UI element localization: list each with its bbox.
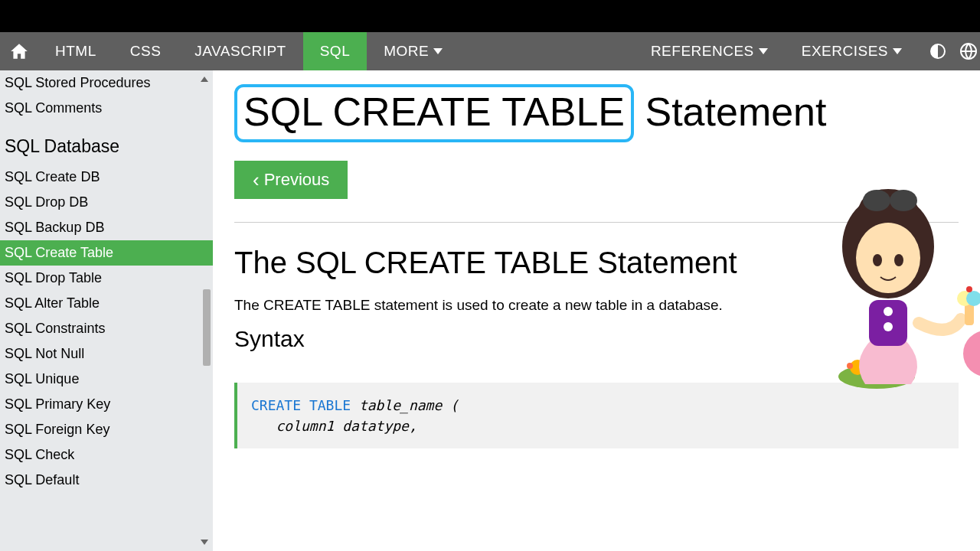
code-keyword: CREATE bbox=[251, 397, 301, 413]
nav-exercises[interactable]: EXERCISES bbox=[785, 32, 919, 70]
sidebar-item[interactable]: SQL Backup DB bbox=[0, 215, 213, 240]
theme-toggle-button[interactable] bbox=[919, 32, 957, 70]
svg-point-7 bbox=[856, 223, 920, 293]
page-title-highlight: SQL CREATE TABLE bbox=[234, 84, 634, 142]
page-title-rest: Statement bbox=[634, 90, 826, 134]
sidebar-item[interactable]: SQL Primary Key bbox=[0, 392, 213, 417]
nav-more-label: MORE bbox=[384, 43, 429, 60]
top-navigation: HTML CSS JAVASCRIPT SQL MORE REFERENCES … bbox=[0, 32, 980, 70]
contrast-icon bbox=[929, 42, 947, 60]
svg-rect-15 bbox=[965, 304, 974, 325]
code-block: CREATE TABLE table_name ( column1 dataty… bbox=[234, 383, 959, 448]
svg-point-3 bbox=[847, 363, 853, 369]
sidebar-item[interactable]: SQL Check bbox=[0, 442, 213, 468]
sidebar-item[interactable]: SQL Constraints bbox=[0, 316, 213, 341]
globe-icon bbox=[959, 42, 978, 60]
sidebar-item[interactable]: SQL Drop Table bbox=[0, 266, 213, 291]
svg-point-13 bbox=[884, 307, 893, 316]
nav-javascript[interactable]: JAVASCRIPT bbox=[178, 32, 302, 70]
caret-down-icon bbox=[433, 48, 443, 54]
scroll-down-icon[interactable] bbox=[201, 540, 208, 545]
svg-point-14 bbox=[884, 322, 893, 331]
svg-point-8 bbox=[873, 254, 882, 266]
nav-sql[interactable]: SQL bbox=[303, 32, 368, 70]
caret-down-icon bbox=[893, 48, 902, 54]
previous-label: Previous bbox=[264, 170, 330, 190]
svg-point-9 bbox=[894, 254, 903, 266]
mascot-illustration bbox=[804, 170, 980, 392]
scrollbar-thumb[interactable] bbox=[203, 289, 211, 366]
sidebar-item[interactable]: SQL Drop DB bbox=[0, 190, 213, 215]
sidebar-item[interactable]: SQL Alter Table bbox=[0, 291, 213, 316]
code-line: column1 datatype, bbox=[276, 418, 417, 434]
sidebar-item[interactable]: SQL Not Null bbox=[0, 341, 213, 367]
home-button[interactable] bbox=[0, 32, 38, 70]
sidebar-item[interactable]: SQL Create Table bbox=[0, 240, 213, 266]
sidebar: SQL Stored Procedures SQL Comments SQL D… bbox=[0, 70, 213, 551]
home-icon bbox=[9, 41, 29, 61]
caret-down-icon bbox=[759, 48, 768, 54]
letterbox-bar bbox=[0, 0, 980, 32]
sidebar-item[interactable]: SQL Comments bbox=[0, 96, 213, 121]
main-layout: SQL Stored Procedures SQL Comments SQL D… bbox=[0, 70, 980, 551]
sidebar-item[interactable]: SQL Create DB bbox=[0, 165, 213, 190]
main-content: SQL CREATE TABLE Statement ‹Previous The… bbox=[213, 70, 980, 551]
code-ident: table_name ( bbox=[359, 397, 459, 413]
section-description: The CREATE TABLE statement is used to cr… bbox=[234, 294, 724, 317]
page-title-row: SQL CREATE TABLE Statement bbox=[234, 84, 959, 142]
previous-button[interactable]: ‹Previous bbox=[234, 161, 348, 199]
nav-references-label: REFERENCES bbox=[651, 43, 754, 60]
nav-more[interactable]: MORE bbox=[367, 32, 459, 70]
sidebar-item[interactable]: SQL Unique bbox=[0, 367, 213, 392]
sidebar-item[interactable]: SQL Foreign Key bbox=[0, 417, 213, 442]
globe-button[interactable] bbox=[957, 32, 980, 70]
sidebar-item[interactable]: SQL Default bbox=[0, 468, 213, 493]
svg-point-18 bbox=[966, 286, 972, 292]
sidebar-item[interactable]: SQL Stored Procedures bbox=[0, 70, 213, 96]
svg-point-11 bbox=[890, 190, 917, 211]
nav-css[interactable]: CSS bbox=[113, 32, 178, 70]
scroll-up-icon[interactable] bbox=[201, 77, 208, 82]
svg-point-10 bbox=[863, 190, 890, 211]
nav-html[interactable]: HTML bbox=[38, 32, 113, 70]
nav-references[interactable]: REFERENCES bbox=[634, 32, 785, 70]
sidebar-heading: SQL Database bbox=[0, 121, 213, 165]
code-keyword: TABLE bbox=[309, 397, 351, 413]
nav-exercises-label: EXERCISES bbox=[802, 43, 888, 60]
chevron-left-icon: ‹ bbox=[253, 170, 260, 190]
